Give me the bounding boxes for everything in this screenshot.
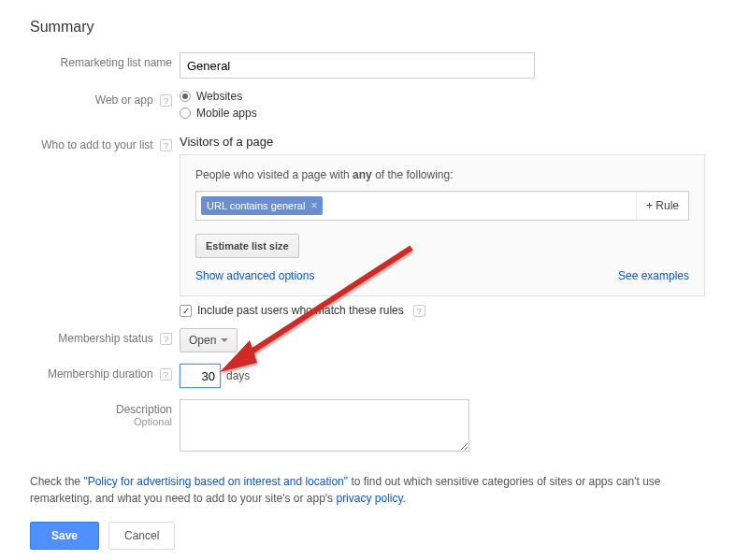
- radio-mobile-apps-label: Mobile apps: [196, 107, 257, 120]
- see-examples-link[interactable]: See examples: [618, 269, 689, 282]
- help-icon[interactable]: ?: [160, 368, 172, 381]
- radio-websites-label: Websites: [196, 90, 242, 103]
- estimate-list-size-button[interactable]: Estimate list size: [195, 234, 299, 258]
- rule-intro-text: People who visited a page with any of th…: [195, 168, 689, 181]
- membership-status-dropdown[interactable]: Open: [180, 328, 238, 352]
- label-web-or-app: Web or app ?: [30, 90, 180, 107]
- policy-link[interactable]: "Policy for advertising based on interes…: [83, 475, 348, 488]
- radio-dot-icon: [180, 91, 191, 102]
- show-advanced-options-link[interactable]: Show advanced options: [195, 269, 314, 282]
- summary-form: Summary Remarketing list name Web or app…: [0, 0, 735, 560]
- row-membership-duration: Membership duration ? days: [30, 364, 705, 388]
- include-past-checkbox[interactable]: [180, 305, 192, 317]
- page-title: Summary: [30, 19, 705, 36]
- label-membership-status: Membership status ?: [30, 328, 180, 345]
- close-icon[interactable]: ×: [310, 199, 317, 212]
- help-icon[interactable]: ?: [160, 94, 172, 107]
- radio-mobile-apps[interactable]: Mobile apps: [180, 107, 705, 120]
- label-membership-duration: Membership duration ?: [30, 364, 180, 381]
- help-icon[interactable]: ?: [160, 139, 172, 151]
- rule-row: URL contains general × + Rule: [195, 191, 689, 221]
- policy-footer-text: Check the "Policy for advertising based …: [30, 473, 705, 507]
- row-membership-status: Membership status ? Open: [30, 328, 705, 352]
- duration-unit: days: [226, 369, 250, 382]
- rule-chip-area[interactable]: URL contains general ×: [196, 192, 636, 220]
- label-remarketing-list-name: Remarketing list name: [30, 52, 180, 69]
- visitors-heading: Visitors of a page: [180, 135, 705, 149]
- label-description: Description Optional: [30, 399, 180, 427]
- chevron-down-icon: [221, 338, 228, 342]
- save-button[interactable]: Save: [30, 522, 99, 550]
- visitors-box: People who visited a page with any of th…: [180, 154, 705, 296]
- description-textarea[interactable]: [180, 399, 469, 452]
- include-past-label: Include past users who match these rules: [197, 304, 404, 317]
- label-who-to-add: Who to add to your list ?: [30, 135, 180, 151]
- cancel-button[interactable]: Cancel: [108, 522, 175, 550]
- add-rule-button[interactable]: + Rule: [636, 192, 688, 220]
- row-web-or-app: Web or app ? Websites Mobile apps: [30, 90, 705, 123]
- membership-duration-input[interactable]: [180, 364, 221, 388]
- membership-status-value: Open: [189, 334, 216, 347]
- row-who-to-add: Who to add to your list ? Visitors of a …: [30, 135, 705, 317]
- help-icon[interactable]: ?: [160, 333, 172, 345]
- rule-chip[interactable]: URL contains general ×: [201, 196, 323, 215]
- row-description: Description Optional: [30, 399, 705, 454]
- list-name-input[interactable]: [180, 52, 535, 79]
- rule-chip-label: URL contains general: [207, 200, 305, 211]
- privacy-policy-link[interactable]: privacy policy: [336, 492, 402, 505]
- action-buttons-row: Save Cancel: [30, 522, 705, 550]
- help-icon[interactable]: ?: [413, 305, 425, 317]
- radio-dot-icon: [180, 108, 191, 119]
- include-past-row: Include past users who match these rules…: [180, 304, 705, 317]
- row-list-name: Remarketing list name: [30, 52, 705, 79]
- radio-websites[interactable]: Websites: [180, 90, 705, 103]
